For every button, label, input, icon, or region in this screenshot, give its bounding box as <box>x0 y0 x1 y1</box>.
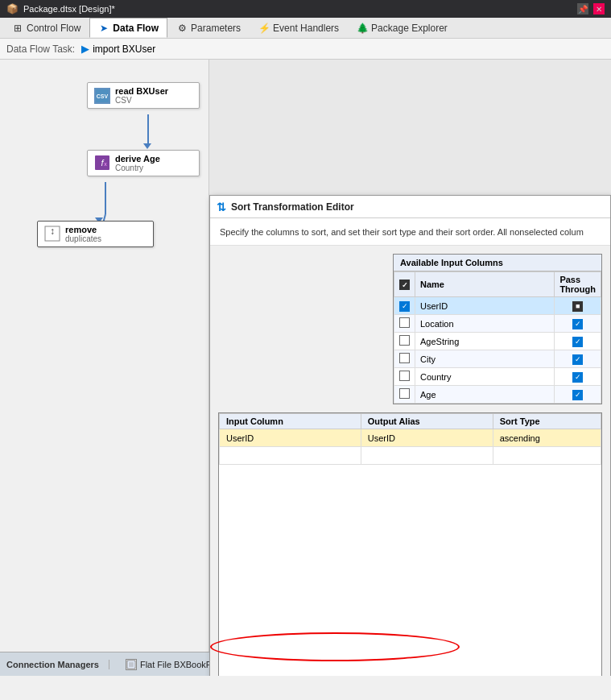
row-userid-passthrough[interactable]: ■ <box>572 301 583 312</box>
node-remove-duplicates[interactable]: ↕ remove duplicates <box>37 221 154 247</box>
row-agestring-checkbox[interactable] <box>399 335 410 346</box>
sort-row[interactable]: UserID UserID ascending <box>220 429 601 447</box>
table-row[interactable]: ✓ UserID ■ <box>394 297 601 315</box>
tab-parameters[interactable]: ⚙ Parameters <box>167 18 250 38</box>
table-row[interactable]: City ✓ <box>394 350 601 368</box>
select-all-checkbox[interactable]: ✓ <box>399 280 410 290</box>
row-city-passthrough[interactable]: ✓ <box>572 354 583 365</box>
row-country-name: Country <box>415 368 555 386</box>
sort-row-alias: UserID <box>361 429 493 447</box>
row-city-checkbox[interactable] <box>399 353 410 363</box>
designer-canvas: CSV read BXUser CSV f x derive Age C <box>0 60 209 676</box>
task-name: import BXUser <box>93 43 155 55</box>
available-columns-table: ✓ Name Pass Through ✓ UserID ■ <box>394 271 601 404</box>
event-handlers-icon: ⚡ <box>258 23 270 34</box>
row-agestring-passthrough[interactable]: ✓ <box>572 337 583 347</box>
row-age-checkbox[interactable] <box>399 388 410 399</box>
svg-text:CSV: CSV <box>97 93 109 99</box>
task-name-container: ▶ import BXUser <box>81 43 155 55</box>
svg-text:x: x <box>104 161 107 167</box>
tab-control-flow[interactable]: ⊞ Control Flow <box>3 18 89 38</box>
table-row[interactable]: Age ✓ <box>394 386 601 404</box>
sort-row-input: UserID <box>220 429 361 447</box>
row-userid-checkbox[interactable]: ✓ <box>399 301 410 312</box>
task-bar-label: Data Flow Task: <box>6 43 75 55</box>
dialog-title-text: Sort Transformation Editor <box>231 201 354 213</box>
package-explorer-icon: 🌲 <box>357 23 368 34</box>
menu-bar: ⊞ Control Flow ➤ Data Flow ⚙ Parameters … <box>0 18 611 39</box>
node-read-text: read BXUser CSV <box>115 86 168 105</box>
row-age-passthrough[interactable]: ✓ <box>572 390 583 400</box>
flat-file-icon-1 <box>126 659 137 670</box>
pin-button[interactable]: 📌 <box>577 3 588 14</box>
arrow-1 <box>143 143 151 149</box>
connector-1 <box>147 114 149 145</box>
row-location-passthrough[interactable]: ✓ <box>572 319 583 329</box>
col-header-name: Name <box>415 272 555 297</box>
row-country-checkbox[interactable] <box>399 371 410 381</box>
sort-col-header-alias: Output Alias <box>361 414 493 429</box>
close-button[interactable]: ✕ <box>593 3 605 14</box>
row-age-name: Age <box>415 386 555 404</box>
parameters-icon: ⚙ <box>176 23 188 34</box>
dialog-title-bar: ⇅ Sort Transformation Editor <box>210 196 610 218</box>
task-icon: ▶ <box>81 43 89 55</box>
node-read-bxuser[interactable]: CSV read BXUser CSV <box>87 82 200 109</box>
title-bar-icon: 📦 <box>6 3 19 14</box>
svg-text:↕: ↕ <box>50 226 55 237</box>
conn-managers-label: Connection Managers <box>6 660 109 669</box>
title-bar: 📦 Package.dtsx [Design]* 📌 ✕ <box>0 0 611 18</box>
row-city-name: City <box>415 350 555 368</box>
node-remove-text: remove duplicates <box>65 225 101 243</box>
sort-icon: ↕ <box>44 226 60 243</box>
row-country-passthrough[interactable]: ✓ <box>572 372 583 383</box>
sort-col-header-input: Input Column <box>220 414 361 429</box>
connector-2a <box>105 182 106 214</box>
available-columns-title: Available Input Columns <box>394 255 601 271</box>
tab-event-handlers[interactable]: ⚡ Event Handlers <box>250 18 348 38</box>
sort-col-header-type: Sort Type <box>493 414 601 429</box>
task-bar: Data Flow Task: ▶ import BXUser <box>0 39 611 60</box>
node-derive-text: derive Age Country <box>115 154 160 172</box>
col-header-check: ✓ <box>394 272 415 297</box>
row-location-name: Location <box>415 315 555 333</box>
sort-columns-table: Input Column Output Alias Sort Type User… <box>219 413 601 465</box>
sort-dialog: ⇅ Sort Transformation Editor Specify the… <box>209 195 611 676</box>
row-userid-name: UserID <box>415 297 555 315</box>
csv-icon: CSV <box>94 88 110 104</box>
title-bar-text: Package.dtsx [Design]* <box>23 4 115 14</box>
data-flow-icon: ➤ <box>98 23 109 34</box>
table-row[interactable]: AgeString ✓ <box>394 333 601 350</box>
sort-row-type: ascending <box>493 429 601 447</box>
available-columns-panel: Available Input Columns ✓ Name Pass Thro… <box>393 254 602 404</box>
tab-package-explorer[interactable]: 🌲 Package Explorer <box>348 18 456 38</box>
node-derive-age[interactable]: f x derive Age Country <box>87 150 200 176</box>
control-flow-icon: ⊞ <box>12 23 23 34</box>
table-row[interactable]: Location ✓ <box>394 315 601 333</box>
dialog-title-icon: ⇅ <box>217 201 226 213</box>
row-agestring-name: AgeString <box>415 333 555 350</box>
table-row[interactable]: Country ✓ <box>394 368 601 386</box>
col-header-passthrough: Pass Through <box>555 272 601 297</box>
row-location-checkbox[interactable] <box>399 317 410 328</box>
canvas-area: CSV read BXUser CSV f x derive Age C <box>0 60 611 676</box>
sort-row-empty <box>220 447 601 465</box>
sort-columns-panel: Input Column Output Alias Sort Type User… <box>218 412 602 676</box>
dialog-description: Specify the columns to sort, and set the… <box>210 218 610 246</box>
tab-data-flow[interactable]: ➤ Data Flow <box>89 18 167 38</box>
fx-icon: f x <box>94 155 110 172</box>
